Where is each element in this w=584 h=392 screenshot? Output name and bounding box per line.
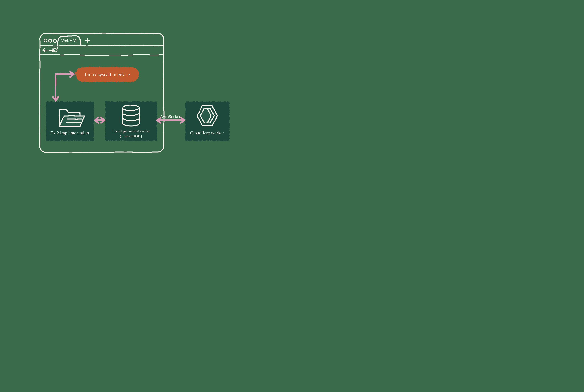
diagram-svg: WebVM Linux syscall interface Ext2 imple… [0,0,261,175]
new-tab-icon [85,38,89,42]
node-cache-label-2: (IndexedDB) [120,134,142,138]
node-syscall-label: Linux syscall interface [84,72,130,77]
nav-controls [43,48,57,52]
node-worker: Cloudflare worker [185,101,229,140]
edge-websocket-label: WebSocket [161,114,180,119]
svg-point-4 [48,39,52,42]
node-worker-label: Cloudflare worker [190,130,224,135]
node-syscall: Linux syscall interface [75,66,138,82]
node-cache: Local persistent cache (IndexedDB) [105,101,156,140]
arrow-elbow [53,72,74,101]
node-ext2: Ext2 implementation [45,101,93,140]
node-cache-label-1: Local persistent cache [112,128,149,134]
svg-point-3 [44,39,47,42]
arrow-ext2-cache [95,118,104,123]
diagram-canvas: WebVM Linux syscall interface Ext2 imple… [0,0,261,175]
svg-point-5 [53,39,56,42]
node-ext2-label: Ext2 implementation [50,130,89,135]
browser-tab-title: WebVM [61,38,77,43]
